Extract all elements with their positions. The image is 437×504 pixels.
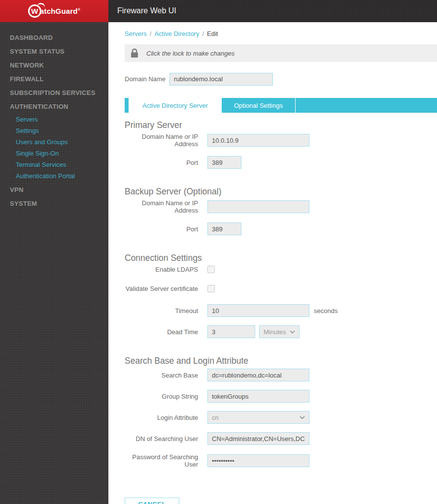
sidebar-subitem-terminal-services[interactable]: Terminal Services: [0, 159, 108, 170]
cancel-button[interactable]: CANCEL: [125, 498, 179, 504]
app-title: Fireware Web UI: [117, 6, 176, 15]
login-attribute-select[interactable]: cn: [207, 411, 309, 424]
login-attribute-label: Login Attribute: [125, 414, 198, 421]
dn-searching-user-row: DN of Searching User: [125, 432, 437, 445]
group-string-input[interactable]: [207, 390, 309, 403]
primary-address-input[interactable]: [207, 134, 309, 147]
sidebar-item-vpn[interactable]: VPN: [0, 183, 108, 197]
backup-address-row: Domain Name or IP Address: [125, 199, 437, 214]
breadcrumb-separator: /: [202, 30, 204, 37]
logo-swoosh-icon: [37, 2, 45, 8]
dead-time-input[interactable]: [207, 325, 255, 338]
timeout-units-label: seconds: [314, 307, 337, 315]
domain-name-input[interactable]: [169, 73, 273, 86]
lock-banner-text: Click the lock to make changes: [146, 50, 235, 57]
breadcrumb-link-active-directory[interactable]: Active Directory: [154, 30, 199, 37]
enable-ldaps-row: Enable LDAPS: [125, 266, 437, 273]
search-base-input[interactable]: [207, 369, 309, 381]
lock-banner: Click the lock to make changes: [125, 44, 437, 62]
primary-port-row: Port: [125, 156, 437, 169]
group-string-row: Group String: [125, 390, 437, 403]
sidebar-subitem-single-sign-on[interactable]: Single Sign-On: [0, 148, 108, 159]
dead-time-row: Dead Time Minutes: [125, 325, 437, 338]
login-attribute-row: Login Attribute cn: [125, 411, 437, 424]
watchguard-logo: W atchGuard®: [0, 0, 108, 22]
sidebar-item-system[interactable]: SYSTEM: [0, 197, 108, 211]
tab-optional-settings[interactable]: Optional Settings: [222, 98, 295, 113]
password-searching-user-row: Password of Searching User: [125, 453, 437, 468]
sidebar-item-dashboard[interactable]: DASHBOARD: [0, 31, 108, 45]
password-searching-user-input[interactable]: [207, 454, 309, 467]
registered-mark: ®: [78, 8, 80, 11]
lock-icon[interactable]: [130, 48, 139, 58]
backup-address-input[interactable]: [207, 200, 309, 213]
timeout-input[interactable]: [207, 304, 309, 317]
enable-ldaps-label: Enable LDAPS: [125, 266, 198, 273]
breadcrumb-separator: /: [150, 30, 152, 37]
chevron-down-icon: [300, 416, 305, 419]
validate-certificate-row: Validate Server certificate: [125, 285, 437, 292]
tab-bar-left-stub: [125, 98, 129, 113]
main-content: Servers/Active Directory/Edit Click the …: [108, 22, 437, 504]
primary-address-label: Domain Name or IP Address: [125, 133, 198, 148]
search-base-heading: Search Base and Login Attribute: [125, 355, 437, 367]
timeout-label: Timeout: [125, 307, 198, 315]
backup-port-row: Port: [125, 222, 437, 235]
sidebar-item-authentication[interactable]: AUTHENTICATION: [0, 100, 108, 114]
sidebar-subitem-settings[interactable]: Settings: [0, 125, 108, 136]
breadcrumb-current: Edit: [207, 30, 218, 37]
sidebar-item-firewall[interactable]: FIREWALL: [0, 72, 108, 86]
breadcrumb-link-servers[interactable]: Servers: [125, 30, 147, 37]
tab-bar-filler: [296, 98, 437, 113]
backup-server-heading: Backup Server (Optional): [125, 186, 437, 197]
tab-bar: Active Directory Server Optional Setting…: [125, 98, 437, 113]
sidebar-item-system-status[interactable]: SYSTEM STATUS: [0, 45, 108, 59]
group-string-label: Group String: [125, 393, 198, 400]
validate-certificate-checkbox[interactable]: [207, 285, 215, 292]
primary-server-heading: Primary Server: [125, 119, 437, 131]
backup-port-label: Port: [125, 225, 198, 233]
logo-text: atchGuard®: [40, 7, 80, 15]
sidebar-subitem-authentication-portal[interactable]: Authentication Portal: [0, 170, 108, 182]
dn-searching-user-label: DN of Searching User: [125, 435, 198, 442]
sidebar-subitem-users-and-groups[interactable]: Users and Groups: [0, 136, 108, 148]
app-header: Fireware Web UI: [108, 0, 437, 22]
primary-address-row: Domain Name or IP Address: [125, 133, 437, 148]
search-base-label: Search Base: [125, 372, 198, 379]
logo-w-circle-icon: W: [28, 4, 41, 18]
dead-time-label: Dead Time: [125, 328, 198, 336]
logo-w: W: [31, 7, 38, 15]
enable-ldaps-checkbox[interactable]: [207, 266, 215, 273]
chevron-down-icon: [290, 330, 295, 334]
sidebar-item-subscription-services[interactable]: SUBSCRIPTION SERVICES: [0, 86, 108, 100]
sidebar-subitem-servers[interactable]: Servers: [0, 114, 108, 125]
primary-port-input[interactable]: [207, 156, 241, 169]
backup-port-input[interactable]: [207, 222, 241, 235]
primary-port-label: Port: [125, 159, 198, 166]
domain-name-row: Domain Name: [125, 72, 437, 86]
domain-name-label: Domain Name: [125, 75, 166, 83]
tab-active-directory-server[interactable]: Active Directory Server: [129, 98, 222, 113]
timeout-row: Timeout seconds: [125, 304, 437, 317]
connection-settings-heading: Connection Settings: [125, 252, 437, 264]
breadcrumb: Servers/Active Directory/Edit: [125, 30, 437, 38]
sidebar-item-network[interactable]: NETWORK: [0, 59, 108, 72]
sidebar: W atchGuard® DASHBOARD SYSTEM STATUS NET…: [0, 0, 108, 504]
watchguard-logo-mark: W atchGuard®: [28, 4, 80, 18]
dead-time-unit-value: Minutes: [264, 328, 286, 336]
password-searching-user-label: Password of Searching User: [125, 453, 198, 468]
dn-searching-user-input[interactable]: [207, 432, 309, 445]
validate-certificate-label: Validate Server certificate: [125, 285, 198, 292]
login-attribute-value: cn: [212, 414, 219, 421]
dead-time-unit-select[interactable]: Minutes: [259, 325, 300, 338]
backup-address-label: Domain Name or IP Address: [125, 199, 198, 214]
search-base-row: Search Base: [125, 369, 437, 381]
sidebar-nav: DASHBOARD SYSTEM STATUS NETWORK FIREWALL…: [0, 22, 108, 211]
